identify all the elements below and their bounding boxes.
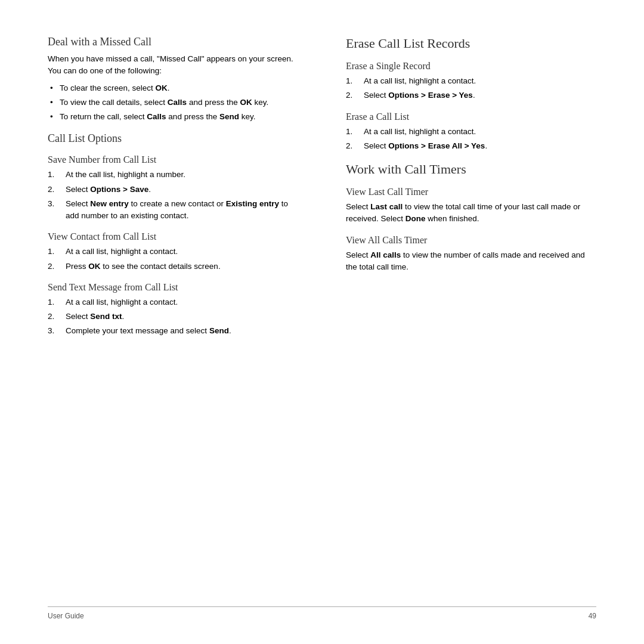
deal-missed-call-body: When you have missed a call, "Missed Cal… bbox=[48, 53, 298, 78]
view-contact-steps: 1.At a call list, highlight a contact. 2… bbox=[48, 246, 298, 273]
erase-single-title: Erase a Single Record bbox=[346, 61, 596, 72]
list-item: 1.At a call list, highlight a contact. bbox=[48, 246, 298, 258]
view-contact-title: View Contact from Call List bbox=[48, 231, 298, 242]
footer-left: User Guide bbox=[48, 612, 84, 620]
list-item: To return the call, select Calls and pre… bbox=[48, 111, 298, 123]
footer-right: 49 bbox=[589, 612, 596, 620]
deal-missed-call-title: Deal with a Missed Call bbox=[48, 36, 298, 48]
erase-call-list-title: Erase Call List Records bbox=[346, 36, 596, 51]
erase-list-title: Erase a Call List bbox=[346, 112, 596, 122]
list-item: 2.Select Options > Erase > Yes. bbox=[346, 89, 596, 101]
view-last-timer-body: Select Last call to view the total call … bbox=[346, 201, 596, 225]
save-number-steps: 1.At the call list, highlight a number. … bbox=[48, 169, 298, 222]
subsection-view-all-timer: View All Calls Timer Select All calls to… bbox=[346, 235, 596, 274]
list-item: 1.At the call list, highlight a number. bbox=[48, 169, 298, 181]
section-erase-call-list: Erase Call List Records Erase a Single R… bbox=[346, 36, 596, 152]
right-column: Erase Call List Records Erase a Single R… bbox=[334, 36, 596, 595]
subsection-erase-list: Erase a Call List 1.At a call list, high… bbox=[346, 112, 596, 153]
view-last-timer-title: View Last Call Timer bbox=[346, 187, 596, 197]
page: Deal with a Missed Call When you have mi… bbox=[0, 0, 644, 644]
work-call-timers-title: Work with Call Timers bbox=[346, 162, 596, 177]
list-item: To view the call details, select Calls a… bbox=[48, 97, 298, 109]
subsection-view-contact: View Contact from Call List 1.At a call … bbox=[48, 231, 298, 273]
erase-single-steps: 1.At a call list, highlight a contact. 2… bbox=[346, 75, 596, 102]
view-all-timer-body: Select All calls to view the number of c… bbox=[346, 249, 596, 274]
section-deal-missed-call: Deal with a Missed Call When you have mi… bbox=[48, 36, 298, 123]
list-item: 1.At a call list, highlight a contact. bbox=[346, 75, 596, 87]
view-all-timer-title: View All Calls Timer bbox=[346, 235, 596, 246]
send-text-steps: 1.At a call list, highlight a contact. 2… bbox=[48, 296, 298, 338]
subsection-send-text: Send Text Message from Call List 1.At a … bbox=[48, 282, 298, 338]
page-footer: User Guide 49 bbox=[48, 606, 596, 620]
subsection-erase-single: Erase a Single Record 1.At a call list, … bbox=[346, 61, 596, 102]
subsection-view-last-timer: View Last Call Timer Select Last call to… bbox=[346, 187, 596, 225]
deal-missed-call-list: To clear the screen, select OK. To view … bbox=[48, 82, 298, 123]
subsection-save-number: Save Number from Call List 1.At the call… bbox=[48, 154, 298, 222]
left-column: Deal with a Missed Call When you have mi… bbox=[48, 36, 310, 595]
list-item: 2.Press OK to see the contact details sc… bbox=[48, 261, 298, 273]
list-item: To clear the screen, select OK. bbox=[48, 82, 298, 94]
save-number-title: Save Number from Call List bbox=[48, 154, 298, 165]
send-text-title: Send Text Message from Call List bbox=[48, 282, 298, 293]
list-item: 2.Select Options > Save. bbox=[48, 184, 298, 196]
list-item: 2.Select Options > Erase All > Yes. bbox=[346, 140, 596, 152]
erase-list-steps: 1.At a call list, highlight a contact. 2… bbox=[346, 126, 596, 153]
list-item: 1.At a call list, highlight a contact. bbox=[48, 296, 298, 308]
section-call-list-options: Call List Options Save Number from Call … bbox=[48, 132, 298, 337]
list-item: 1.At a call list, highlight a contact. bbox=[346, 126, 596, 138]
list-item: 2.Select Send txt. bbox=[48, 311, 298, 323]
list-item: 3.Complete your text message and select … bbox=[48, 325, 298, 337]
content-area: Deal with a Missed Call When you have mi… bbox=[48, 36, 596, 595]
section-work-call-timers: Work with Call Timers View Last Call Tim… bbox=[346, 162, 596, 273]
list-item: 3.Select New entry to create a new conta… bbox=[48, 198, 298, 222]
call-list-options-title: Call List Options bbox=[48, 132, 298, 145]
